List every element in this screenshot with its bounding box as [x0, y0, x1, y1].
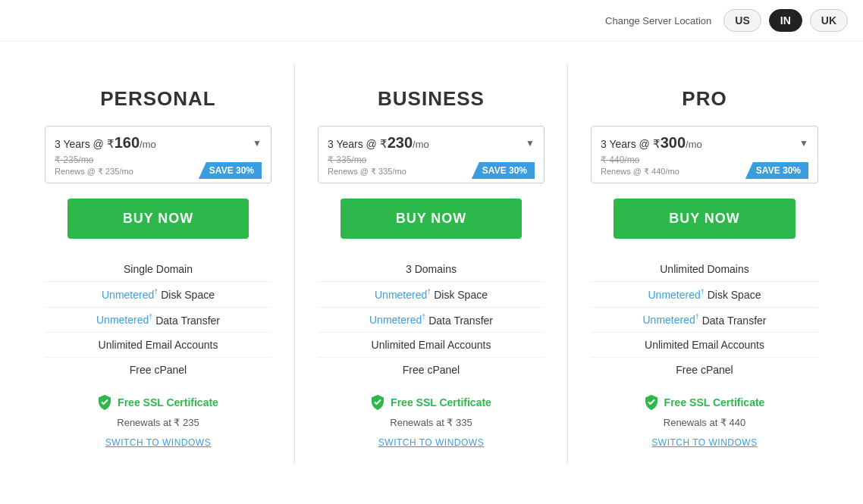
- ssl-label: Free SSL Certificate: [118, 396, 218, 409]
- ssl-feature-pro: Free SSL Certificate: [645, 394, 765, 411]
- features-list-business: 3 DomainsUnmetered† Disk SpaceUnmetered†…: [318, 257, 544, 382]
- buy-now-button-pro[interactable]: BUY NOW: [614, 199, 796, 239]
- ssl-label: Free SSL Certificate: [391, 396, 491, 409]
- list-item: Free cPanel: [318, 358, 544, 382]
- price-term: 3 Years @ ₹230/mo: [328, 134, 429, 152]
- ssl-feature-business: Free SSL Certificate: [371, 394, 491, 411]
- location-in-button[interactable]: IN: [769, 9, 802, 32]
- list-item: Unmetered† Data Transfer: [45, 308, 271, 333]
- feature-blue: Unmetered†: [102, 289, 158, 301]
- feature-blue: Unmetered†: [375, 289, 431, 301]
- switch-to-windows-link-personal[interactable]: SWITCH TO WINDOWS: [105, 437, 211, 448]
- renews-at: Renews @ ₹ 235/mo: [55, 167, 133, 177]
- list-item: Unmetered† Disk Space: [318, 282, 544, 308]
- save-badge: SAVE 30%: [745, 162, 808, 179]
- switch-to-windows-link-pro[interactable]: SWITCH TO WINDOWS: [651, 437, 757, 448]
- price-box-pro[interactable]: 3 Years @ ₹300/mo ▼ ₹ 440/mo Renews @ ₹ …: [591, 126, 818, 183]
- plan-card-business: BUSINESS 3 Years @ ₹230/mo ▼ ₹ 335/mo Re…: [295, 64, 568, 463]
- ssl-feature-personal: Free SSL Certificate: [98, 394, 218, 411]
- location-us-button[interactable]: US: [723, 9, 761, 32]
- list-item: Unmetered† Disk Space: [591, 282, 818, 308]
- original-price: ₹ 235/mo: [55, 155, 93, 165]
- features-list-pro: Unlimited DomainsUnmetered† Disk SpaceUn…: [591, 257, 818, 382]
- features-list-personal: Single DomainUnmetered† Disk SpaceUnmete…: [45, 257, 271, 382]
- list-item: Unlimited Email Accounts: [591, 333, 818, 358]
- plans-container: PERSONAL 3 Years @ ₹160/mo ▼ ₹ 235/mo Re…: [0, 42, 863, 486]
- plan-card-personal: PERSONAL 3 Years @ ₹160/mo ▼ ₹ 235/mo Re…: [22, 64, 295, 463]
- list-item: Unmetered† Data Transfer: [591, 308, 818, 333]
- buy-now-button-business[interactable]: BUY NOW: [340, 199, 522, 239]
- ssl-label: Free SSL Certificate: [664, 396, 765, 409]
- location-uk-button[interactable]: UK: [810, 9, 848, 32]
- renews-at: Renews @ ₹ 335/mo: [328, 167, 406, 177]
- feature-blue: Unmetered†: [369, 314, 425, 326]
- original-price: ₹ 335/mo: [328, 155, 366, 165]
- top-bar: Change Server Location US IN UK: [0, 0, 863, 42]
- feature-blue: Unmetered†: [96, 314, 152, 326]
- save-badge: SAVE 30%: [199, 162, 262, 179]
- list-item: Single Domain: [45, 257, 271, 282]
- chevron-down-icon: ▼: [799, 138, 808, 149]
- price-term: 3 Years @ ₹160/mo: [55, 134, 156, 152]
- change-server-label: Change Server Location: [605, 15, 711, 27]
- shield-icon: [371, 394, 384, 411]
- list-item: Unmetered† Data Transfer: [318, 308, 544, 333]
- list-item: Unlimited Email Accounts: [45, 333, 271, 358]
- feature-blue: Unmetered†: [648, 289, 705, 301]
- price-box-business[interactable]: 3 Years @ ₹230/mo ▼ ₹ 335/mo Renews @ ₹ …: [318, 126, 544, 183]
- shield-icon: [645, 394, 658, 411]
- renewals-text-business: Renewals at ₹ 335: [390, 417, 472, 428]
- price-term: 3 Years @ ₹300/mo: [601, 134, 702, 152]
- list-item: Unlimited Domains: [591, 257, 818, 282]
- list-item: Unlimited Email Accounts: [318, 333, 544, 358]
- renews-at: Renews @ ₹ 440/mo: [601, 167, 679, 177]
- plan-title-personal: PERSONAL: [100, 87, 215, 111]
- shield-icon: [98, 394, 111, 411]
- chevron-down-icon: ▼: [253, 138, 262, 149]
- list-item: Free cPanel: [591, 358, 818, 382]
- price-box-personal[interactable]: 3 Years @ ₹160/mo ▼ ₹ 235/mo Renews @ ₹ …: [45, 126, 271, 183]
- plan-card-pro: PRO 3 Years @ ₹300/mo ▼ ₹ 440/mo Renews …: [568, 64, 841, 463]
- list-item: Unmetered† Disk Space: [45, 282, 271, 308]
- feature-blue: Unmetered†: [643, 314, 699, 326]
- buy-now-button-personal[interactable]: BUY NOW: [67, 199, 249, 239]
- renewals-text-personal: Renewals at ₹ 235: [117, 417, 199, 428]
- plan-title-business: BUSINESS: [378, 87, 485, 111]
- switch-to-windows-link-business[interactable]: SWITCH TO WINDOWS: [378, 437, 484, 448]
- renewals-text-pro: Renewals at ₹ 440: [664, 417, 745, 428]
- plan-title-pro: PRO: [682, 87, 726, 111]
- original-price: ₹ 440/mo: [601, 155, 639, 165]
- chevron-down-icon: ▼: [526, 138, 535, 149]
- list-item: Free cPanel: [45, 358, 271, 382]
- list-item: 3 Domains: [318, 257, 544, 282]
- save-badge: SAVE 30%: [472, 162, 535, 179]
